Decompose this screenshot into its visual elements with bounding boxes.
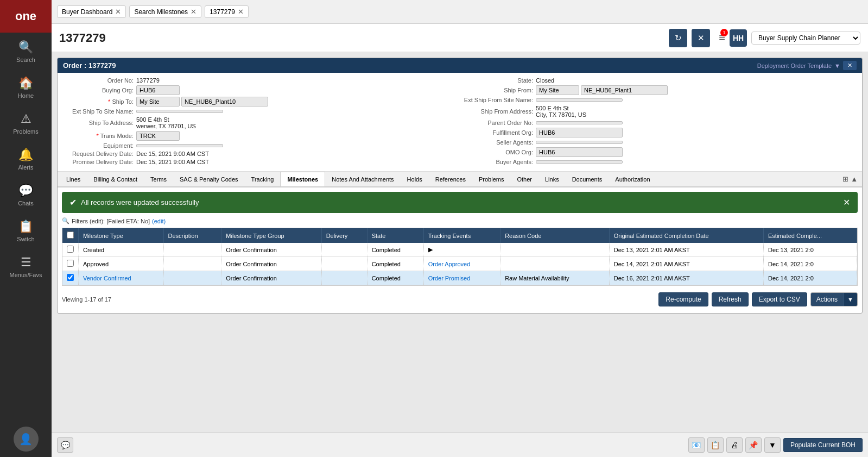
tab-terms[interactable]: Terms bbox=[144, 172, 173, 187]
close-button[interactable]: ✕ bbox=[692, 29, 710, 47]
field-state: State: Closed bbox=[462, 77, 857, 84]
close-search-milestones-icon[interactable]: ✕ bbox=[191, 8, 197, 16]
tab-problems[interactable]: Problems bbox=[472, 172, 510, 187]
sidebar-item-alerts[interactable]: 🔔 Alerts bbox=[0, 140, 52, 176]
problems-icon: ⚠ bbox=[21, 112, 31, 126]
milestone-group-value: Order Confirmation bbox=[226, 261, 277, 267]
tab-tracking[interactable]: Tracking bbox=[245, 172, 281, 187]
tab-order-1377279[interactable]: 1377279 ✕ bbox=[205, 5, 249, 18]
populate-boh-button[interactable]: Populate Current BOH bbox=[783, 438, 863, 452]
footer-buttons: Re-compute Refresh Export to CSV Actions… bbox=[658, 292, 858, 306]
actions-dropdown-button[interactable]: ▼ bbox=[843, 293, 857, 306]
table-row: Created Order Confirmation Completed ▶ D… bbox=[62, 243, 857, 257]
milestones-table: Milestone Type Description Milestone Typ… bbox=[62, 228, 857, 285]
template-dropdown-icon[interactable]: ▼ bbox=[834, 62, 840, 69]
notification-badge: 1 bbox=[720, 29, 728, 36]
tab-references[interactable]: References bbox=[429, 172, 472, 187]
sidebar-item-home[interactable]: 🏠 Home bbox=[0, 68, 52, 104]
tab-other[interactable]: Other bbox=[510, 172, 538, 187]
tool-button-3[interactable]: 🖨 bbox=[726, 437, 743, 453]
field-omo-org: OMO Org: HUB6 bbox=[462, 147, 857, 157]
sidebar-item-switch[interactable]: 📋 Switch bbox=[0, 212, 52, 248]
filters-edit-link[interactable]: (edit) bbox=[152, 218, 166, 224]
export-csv-button[interactable]: Export to CSV bbox=[752, 292, 807, 306]
estimated-value: Dec 14, 2021 2:0 bbox=[768, 261, 814, 267]
search-icon: 🔍 bbox=[18, 40, 33, 54]
tab-search-milestones[interactable]: Search Milestones ✕ bbox=[129, 5, 201, 18]
milestones-table-body: Created Order Confirmation Completed ▶ D… bbox=[62, 243, 857, 285]
field-ext-ship-to-site: Ext Ship To Site Name: bbox=[63, 108, 457, 115]
reason-code-value: Raw Material Availability bbox=[505, 275, 569, 281]
tab-collapse-icon[interactable]: ▲ bbox=[851, 175, 858, 183]
recompute-button[interactable]: Re-compute bbox=[658, 292, 708, 306]
tab-notes-attachments[interactable]: Notes And Attachments bbox=[325, 172, 400, 187]
tab-documents[interactable]: Documents bbox=[566, 172, 609, 187]
field-trans-mode: Trans Mode: TRCK bbox=[63, 131, 457, 141]
tab-sac-penalty[interactable]: SAC & Penalty Codes bbox=[173, 172, 245, 187]
chat-tool-button[interactable]: 💬 bbox=[57, 437, 73, 453]
table-row: Approved Order Confirmation Completed Or… bbox=[62, 257, 857, 271]
chats-icon: 💬 bbox=[18, 184, 33, 198]
table-row: Vendor Confirmed Order Confirmation Comp… bbox=[62, 271, 857, 285]
bottom-right-tools: 📧 📋 🖨 📌 ▼ Populate Current BOH bbox=[688, 437, 863, 453]
viewing-info: Viewing 1-17 of 17 bbox=[62, 296, 111, 303]
field-promise-delivery: Promise Delivery Date: Dec 15, 2021 9:00… bbox=[63, 159, 457, 165]
tab-authorization[interactable]: Authorization bbox=[609, 172, 656, 187]
order-panel-title: Order : 1377279 bbox=[63, 61, 116, 70]
avatar[interactable]: 👤 bbox=[14, 427, 39, 452]
tool-button-2[interactable]: 📋 bbox=[707, 437, 724, 453]
row-checkbox[interactable] bbox=[67, 274, 74, 281]
tracking-events-link[interactable]: Order Approved bbox=[428, 261, 471, 267]
tool-button-1[interactable]: 📧 bbox=[688, 437, 705, 453]
refresh-button[interactable]: ↻ bbox=[669, 29, 687, 47]
sidebar: one 🔍 Search 🏠 Home ⚠ Problems 🔔 Alerts … bbox=[0, 0, 52, 457]
tab-expand-icon[interactable]: ⊞ bbox=[842, 175, 848, 183]
tool-button-4[interactable]: 📌 bbox=[745, 437, 762, 453]
tracking-events-value: ▶ bbox=[428, 246, 433, 253]
vendor-confirmed-link[interactable]: Vendor Confirmed bbox=[83, 275, 131, 281]
tab-links[interactable]: Links bbox=[538, 172, 566, 187]
refresh-table-button[interactable]: Refresh bbox=[712, 292, 749, 306]
sidebar-item-menus[interactable]: ☰ Menus/Favs bbox=[0, 248, 52, 284]
tab-lines[interactable]: Lines bbox=[60, 172, 87, 187]
select-all-checkbox[interactable] bbox=[67, 231, 74, 239]
table-header-row: Milestone Type Description Milestone Typ… bbox=[62, 228, 857, 243]
tool-button-dropdown[interactable]: ▼ bbox=[764, 437, 781, 453]
tab-milestones[interactable]: Milestones bbox=[280, 172, 325, 187]
milestone-type-value: Approved bbox=[83, 261, 109, 267]
col-header-estimated: Estimated Comple... bbox=[764, 228, 857, 243]
template-label[interactable]: Deployment Order Template bbox=[757, 62, 832, 69]
panel-close-button[interactable]: ✕ bbox=[843, 61, 857, 70]
field-buyer-agents: Buyer Agents: bbox=[462, 159, 857, 165]
app-logo[interactable]: one bbox=[0, 0, 52, 33]
actions-main-button[interactable]: Actions bbox=[811, 293, 843, 306]
close-banner-button[interactable]: ✕ bbox=[843, 197, 850, 208]
state-value: Completed bbox=[372, 275, 401, 281]
menu-button[interactable]: ≡ 1 bbox=[719, 32, 725, 44]
tab-billing-contact[interactable]: Billing & Contact bbox=[87, 172, 144, 187]
state-value: Completed bbox=[372, 261, 401, 267]
user-role-select[interactable]: Buyer Supply Chain PlannerManagerAdmin bbox=[751, 32, 860, 45]
tab-holds[interactable]: Holds bbox=[401, 172, 429, 187]
col-header-milestone-type-group: Milestone Type Group bbox=[221, 228, 321, 243]
close-buyer-dashboard-icon[interactable]: ✕ bbox=[115, 8, 121, 16]
field-ship-to-address: Ship To Address: 500 E 4th St werwer, TX… bbox=[63, 116, 457, 129]
home-icon: 🏠 bbox=[18, 76, 33, 90]
row-checkbox[interactable] bbox=[67, 260, 74, 267]
tab-buyer-dashboard[interactable]: Buyer Dashboard ✕ bbox=[57, 5, 126, 18]
row-checkbox[interactable] bbox=[67, 246, 74, 253]
sidebar-item-search[interactable]: 🔍 Search bbox=[0, 33, 52, 68]
order-fields-right: State: Closed Ship From: My Site NE_HUB6… bbox=[462, 77, 857, 167]
tracking-events-link[interactable]: Order Promised bbox=[428, 275, 471, 281]
col-header-reason-code: Reason Code bbox=[500, 228, 610, 243]
user-initials: HH bbox=[730, 29, 747, 47]
col-header-description: Description bbox=[163, 228, 221, 243]
close-order-icon[interactable]: ✕ bbox=[238, 8, 244, 16]
milestone-group-value: Order Confirmation bbox=[226, 275, 277, 281]
sidebar-item-problems[interactable]: ⚠ Problems bbox=[0, 104, 52, 140]
switch-icon: 📋 bbox=[18, 220, 33, 234]
sidebar-item-chats[interactable]: 💬 Chats bbox=[0, 176, 52, 212]
original-est-value: Dec 16, 2021 2:01 AM AKST bbox=[614, 275, 690, 281]
estimated-value: Dec 13, 2021 2:0 bbox=[768, 247, 814, 253]
success-message: All records were updated successfully bbox=[81, 198, 199, 206]
